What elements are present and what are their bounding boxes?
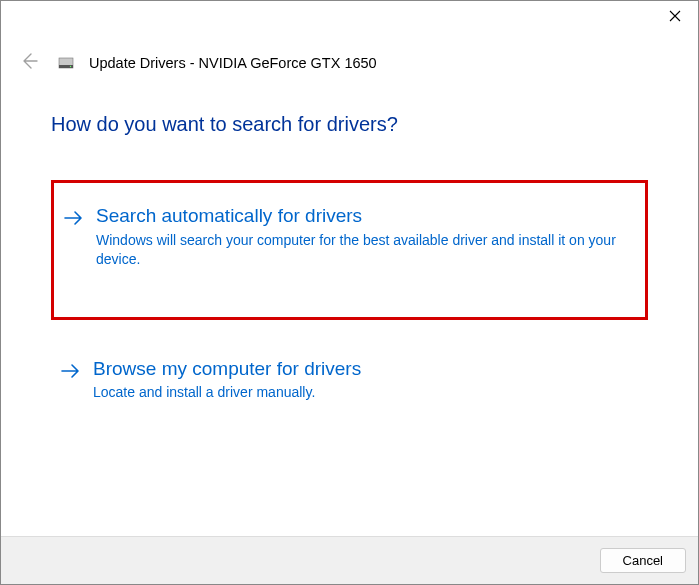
option-text: Browse my computer for drivers Locate an… [93,358,632,403]
close-icon [669,8,681,25]
option-desc: Windows will search your computer for th… [96,231,632,269]
back-arrow-icon [19,51,39,75]
drive-icon [57,54,75,72]
titlebar [1,1,698,31]
option-search-automatically[interactable]: Search automatically for drivers Windows… [51,180,648,320]
option-text: Search automatically for drivers Windows… [96,205,632,269]
option-title: Search automatically for drivers [96,205,632,228]
cancel-button[interactable]: Cancel [600,548,686,573]
content: How do you want to search for drivers? S… [1,87,698,420]
prompt-heading: How do you want to search for drivers? [51,113,648,136]
option-desc: Locate and install a driver manually. [93,383,632,402]
page-title: Update Drivers - NVIDIA GeForce GTX 1650 [89,55,377,71]
arrow-right-icon [62,207,84,233]
footer: Cancel [1,536,698,584]
option-title: Browse my computer for drivers [93,358,632,381]
back-button[interactable] [15,47,43,79]
option-browse-computer[interactable]: Browse my computer for drivers Locate an… [51,340,648,421]
close-button[interactable] [652,1,698,31]
arrow-right-icon [59,360,81,386]
svg-point-2 [70,66,71,67]
